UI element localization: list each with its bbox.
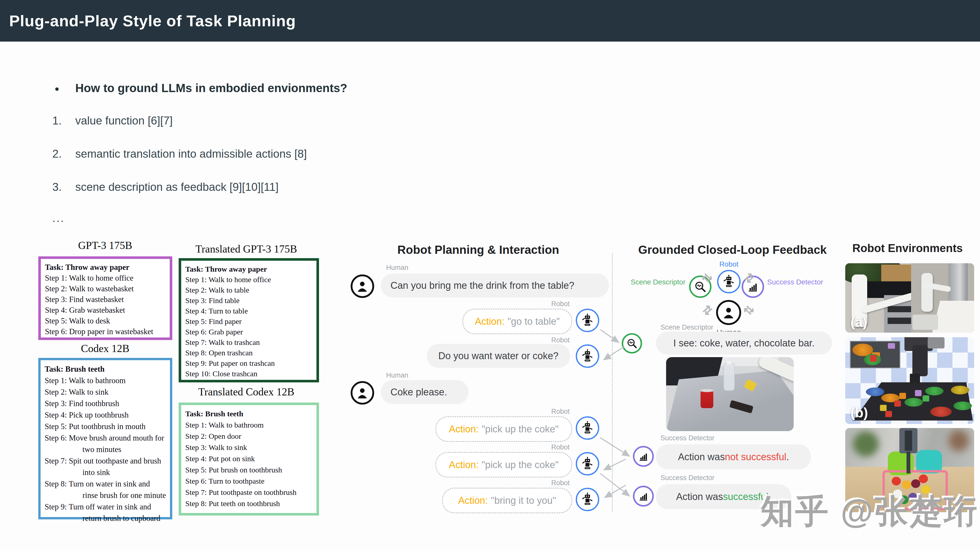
plan-step: Step 8: Put teeth on toothbrush: [185, 498, 313, 509]
environment-photo-b: (b): [845, 337, 974, 424]
plan-step: Step 6: Turn to toothpaste: [185, 475, 313, 487]
action-bubble: Action: "pick up the coke": [435, 416, 572, 442]
sim-robot-gripper: [910, 374, 920, 383]
bowl-green: [925, 387, 943, 395]
plan-step: Step 8: Turn on water in sink and rinse …: [45, 478, 166, 501]
action-bubble: Action: "go to table": [463, 309, 572, 334]
human-avatar: [351, 381, 374, 405]
plan-step: Step 5: Walk to desk: [45, 316, 166, 326]
plan-step: Step 10: Close trashcan: [185, 368, 313, 379]
robot-avatar: [576, 416, 599, 440]
slide-title: Plug-and-Play Style of Task Planning: [9, 12, 296, 30]
section-title-environments: Robot Environments: [831, 242, 980, 254]
action-prefix: Action:: [449, 424, 479, 435]
bowl-green: [953, 402, 972, 410]
list-number: 2.: [52, 148, 62, 160]
plan-step: Step 5: Put toothbrush in mouth: [45, 421, 166, 432]
bullet-heading: How to ground LLMs in embodied envionmen…: [75, 81, 347, 95]
robot-avatar: [576, 488, 599, 511]
bowl-green: [904, 398, 923, 407]
robot-avatar: [576, 452, 599, 475]
speaker-label-robot: Robot: [493, 336, 570, 344]
success-detector-icon: [633, 486, 654, 507]
camera-inset: [850, 341, 900, 368]
plan-task: Task: Brush teeth: [45, 363, 166, 375]
status-prefix: Action was: [678, 451, 725, 462]
toy-red: [892, 477, 901, 486]
list-number: 3.: [52, 181, 62, 193]
status-period: .: [786, 451, 789, 462]
speaker-label-human: Human: [386, 372, 408, 380]
speaker-label-robot: Robot: [493, 443, 570, 451]
plan-step: Step 1: Walk to home office: [45, 273, 166, 283]
toy-dark-red: [911, 479, 920, 488]
plan-step: Step 2: Open door: [185, 430, 313, 442]
chat-bubble-robot: Do you want water or coke?: [427, 344, 570, 368]
chat-bubble-human: Can you bring me the drink from the tabl…: [381, 273, 609, 297]
sim-robot-shoulder: [928, 337, 945, 348]
plan-steps: Step 1: Walk to bathroomStep 2: Open doo…: [185, 419, 313, 509]
section-title-planning: Robot Planning & Interaction: [363, 243, 593, 257]
environment-photo-a: (a): [845, 263, 974, 333]
speaker-label-robot: Robot: [493, 300, 570, 308]
list-item: value function [6][7]: [75, 114, 173, 127]
plan-title-gpt3: GPT-3 175B: [36, 239, 174, 251]
block-purple: [888, 343, 895, 349]
plan-task: Task: Throw away paper: [185, 264, 313, 274]
list-item: scene description as feedback [9][10][11…: [75, 181, 279, 193]
block-red: [885, 411, 892, 417]
action-bubble: Action: "pick up the coke": [435, 452, 572, 478]
header-bar: Plug-and-Play Style of Task Planning: [0, 0, 980, 41]
plan-step: Step 4: Put pot on sink: [185, 453, 313, 464]
diagram-label-robot: Robot: [716, 260, 741, 268]
plan-box-codex: Task: Brush teeth Step 1: Walk to bathro…: [38, 358, 172, 519]
exchange-arrows-icon: ⇄: [741, 302, 757, 318]
sim-robot-arm: [912, 345, 928, 376]
action-text: "bring it to you": [491, 495, 556, 506]
speaker-label-success-detector: Success Detector: [660, 474, 714, 482]
plan-step: Step 5: Put brush on toothbrush: [185, 464, 313, 475]
status-bad: not successful: [725, 451, 786, 462]
exchange-arrows-icon: ⇄: [699, 302, 716, 318]
plan-step: Step 4: Turn to table: [185, 306, 313, 316]
action-prefix: Action:: [449, 459, 479, 470]
robot-avatar: [576, 309, 599, 332]
plan-step: Step 3: Find wastebasket: [45, 294, 166, 305]
plan-step: Step 7: Spit out toothpaste and brush in…: [45, 455, 166, 478]
fridge: [948, 263, 968, 303]
speaker-label-success-detector: Success Detector: [660, 434, 714, 442]
action-text: "pick up the coke": [482, 424, 558, 435]
plan-step: Step 2: Walk to wastebasket: [45, 283, 166, 294]
success-detector-icon: [633, 446, 654, 467]
plan-box-translated-codex: Task: Brush teeth Step 1: Walk to bathro…: [179, 403, 319, 516]
plan-step: Step 1: Walk to bathroom: [45, 375, 166, 386]
blurred-background: [853, 431, 879, 457]
list-item: semantic translation into admissible act…: [75, 148, 307, 160]
plan-box-gpt3: Task: Throw away paper Step 1: Walk to h…: [38, 256, 172, 340]
plan-step: Step 3: Find table: [185, 295, 313, 306]
plan-step: Step 8: Open trashcan: [185, 348, 313, 358]
plan-step: Step 4: Pick up toothbrush: [45, 409, 166, 421]
coke-can: [700, 391, 713, 408]
plan-step: Step 5: Find paper: [185, 316, 313, 327]
speaker-label-human: Human: [386, 264, 408, 272]
ellipsis: ...: [52, 212, 65, 224]
action-prefix: Action:: [475, 316, 504, 327]
plan-step: Step 7: Put toothpaste on toothbrush: [185, 487, 313, 498]
water-bottle: [724, 363, 735, 391]
robot-avatar: [576, 345, 599, 368]
action-text: "go to table": [508, 316, 560, 327]
plan-step: Step 9: Turn off water in sink and retur…: [45, 501, 166, 524]
robot-arm: [921, 273, 933, 312]
bowl-blue: [866, 387, 884, 396]
robot-gripper: [907, 451, 910, 473]
robot-avatar: [717, 270, 741, 293]
success-bubble: Action was not successful .: [656, 445, 811, 469]
plan-step: Step 2: Walk to table: [185, 285, 313, 295]
speaker-label-robot: Robot: [493, 479, 570, 487]
toy-red: [919, 475, 928, 483]
action-prefix: Action:: [458, 495, 488, 506]
plan-steps: Step 1: Walk to home officeStep 2: Walk …: [45, 273, 166, 337]
plan-step: Step 1: Walk to bathroom: [185, 419, 313, 430]
status-prefix: Action was: [676, 491, 723, 502]
